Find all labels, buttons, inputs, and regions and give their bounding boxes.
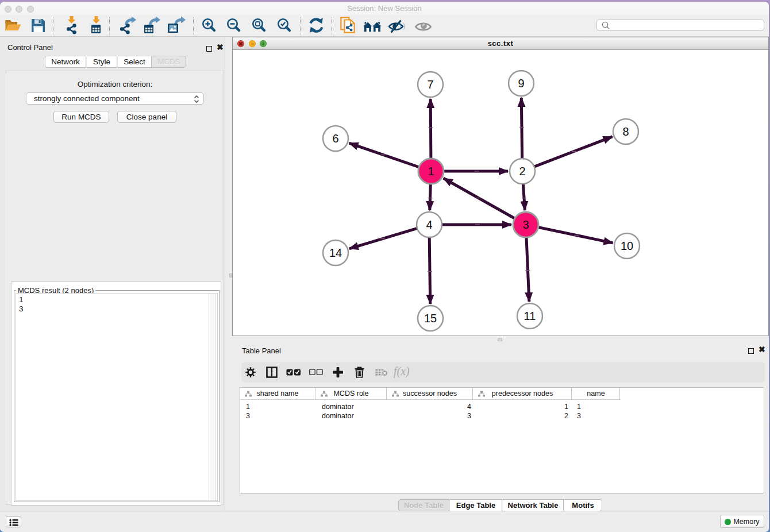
svg-text:15: 15 <box>424 312 437 325</box>
svg-text:9: 9 <box>518 77 524 90</box>
svg-text:7: 7 <box>427 78 433 91</box>
svg-text:4: 4 <box>426 218 432 231</box>
svg-text:6: 6 <box>332 132 338 145</box>
svg-text:3: 3 <box>522 218 529 231</box>
svg-text:10: 10 <box>621 240 633 252</box>
svg-text:1: 1 <box>428 165 434 178</box>
svg-text:14: 14 <box>329 246 342 259</box>
svg-text:2: 2 <box>519 165 525 178</box>
svg-text:11: 11 <box>524 310 536 322</box>
svg-text:8: 8 <box>622 125 629 138</box>
